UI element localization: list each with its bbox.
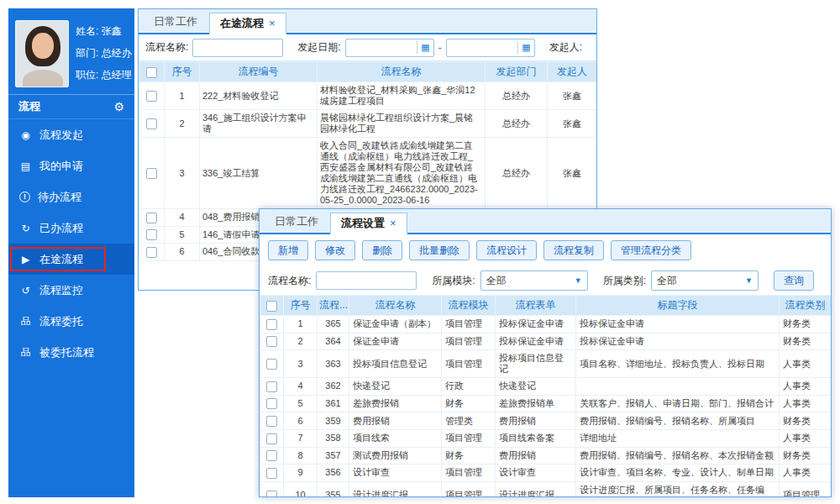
cell-dept: 总经办	[486, 138, 548, 209]
row-checkbox[interactable]	[146, 168, 157, 179]
sidebar-item-delegated[interactable]: 品被委托流程	[8, 337, 134, 368]
column-header[interactable]: 流程...	[318, 296, 349, 316]
select-all-checkbox[interactable]	[266, 301, 277, 312]
panel2-tab-1[interactable]: 日常工作	[265, 211, 328, 233]
chevron-down-icon: ▼	[575, 276, 582, 285]
tab-close-icon[interactable]: ×	[390, 217, 396, 229]
process-design-button[interactable]: 流程设计	[476, 240, 537, 260]
manage-categories-button[interactable]: 管理流程分类	[611, 240, 691, 260]
date-from-input[interactable]: ▦	[345, 39, 434, 57]
row-checkbox[interactable]	[266, 491, 277, 497]
sidebar-item-done[interactable]: ↻已办流程	[8, 213, 134, 244]
row-checkbox[interactable]	[266, 468, 277, 479]
cell-category: 人事类	[780, 350, 832, 378]
cell-module: 项目管理	[442, 481, 496, 497]
select-all-checkbox[interactable]	[146, 67, 157, 78]
column-header[interactable]: 流程模块	[442, 296, 496, 316]
table-row[interactable]: 1222_材料验收登记材料验收登记_材料采购_张鑫_华润12城房建工程项目总经办…	[139, 82, 597, 110]
panel2-toolbar: 新增修改删除批量删除流程设计流程复制管理流程分类	[260, 234, 831, 266]
cell-name: 投标项目信息登记	[349, 350, 442, 378]
row-checkbox[interactable]	[266, 398, 277, 409]
row-checkbox[interactable]	[266, 381, 277, 392]
column-header[interactable]: 标题字段	[576, 296, 780, 316]
row-checkbox[interactable]	[266, 433, 277, 444]
row-checkbox[interactable]	[266, 450, 277, 461]
table-row[interactable]: 2364保证金申请项目管理投标保证金申请投标保证金申请财务类	[260, 333, 832, 350]
sidebar-item-in-transit[interactable]: ▶在途流程	[8, 244, 134, 275]
cell-person: 张鑫	[548, 110, 597, 138]
cell-module: 管理类	[442, 412, 496, 430]
sidebar-item-label: 待办流程	[38, 190, 81, 205]
row-checkbox[interactable]	[266, 319, 277, 330]
sidebar-item-todo[interactable]: !待办流程	[8, 181, 134, 213]
column-header[interactable]: 序号	[284, 296, 318, 316]
query-button[interactable]: 查询	[774, 270, 814, 291]
modify-button[interactable]: 修改	[315, 240, 355, 260]
panel1-tab-1[interactable]: 日常工作	[144, 11, 207, 33]
table-row[interactable]: 4362快递登记行政快递登记人事类	[260, 378, 832, 396]
column-header[interactable]: 流程名称	[318, 62, 486, 82]
table-row[interactable]: 1365保证金申请（副本）项目管理投标保证金申请投标保证金申请财务类	[260, 316, 832, 333]
gear-icon[interactable]: ⚙	[113, 100, 124, 113]
column-header[interactable]: 序号	[165, 62, 200, 82]
row-checkbox[interactable]	[146, 91, 157, 102]
row-checkbox[interactable]	[266, 416, 277, 427]
module-select[interactable]: 全部 ▼	[480, 270, 588, 291]
batch-delete-button[interactable]: 批量删除	[409, 240, 470, 260]
calendar-icon[interactable]: ▦	[417, 41, 433, 54]
calendar-icon[interactable]: ▦	[517, 41, 533, 54]
row-checkbox[interactable]	[146, 118, 157, 129]
column-header[interactable]: 流程表单	[496, 296, 576, 316]
row-checkbox[interactable]	[146, 247, 157, 258]
row-select-cell	[260, 447, 284, 465]
cell-person: 张鑫	[548, 138, 597, 209]
date-to-input[interactable]: ▦	[446, 39, 535, 57]
profile-department: 部门: 总经办	[76, 42, 132, 64]
column-header[interactable]: 发起人	[548, 62, 597, 82]
add-button[interactable]: 新增	[268, 240, 308, 260]
sidebar-item-initiate[interactable]: ◉流程发起	[8, 119, 134, 150]
sidebar: 姓名: 张鑫 部门: 总经办 职位: 总经理 流程 ⚙ ◉流程发起▤我的申请!待…	[8, 8, 134, 497]
select-all-header-cell	[139, 62, 165, 82]
cell-title-fields: 设计进度汇报、所属项目、任务名称、任务编号、设计人、汇报人、汇报日期	[576, 481, 780, 497]
category-select[interactable]: 全部 ▼	[651, 270, 759, 291]
panel1-tab-2[interactable]: 在途流程×	[209, 13, 286, 34]
tab-label: 日常工作	[154, 14, 197, 29]
row-checkbox[interactable]	[146, 213, 157, 223]
table-row[interactable]: 8357测试费用报销财务费用报销费用报销、报销编号、报销名称、本次报销金额财务类	[260, 447, 832, 465]
row-checkbox[interactable]	[146, 229, 157, 240]
sidebar-item-label: 在途流程	[39, 252, 83, 267]
row-checkbox[interactable]	[266, 336, 277, 347]
process-name-input[interactable]	[316, 271, 417, 290]
process-copy-button[interactable]: 流程复制	[543, 240, 604, 260]
sidebar-item-label: 被委托流程	[39, 345, 94, 360]
sidebar-item-label: 流程监控	[39, 283, 83, 298]
column-header[interactable]: 流程类别	[780, 296, 832, 316]
column-header[interactable]: 流程名称	[349, 296, 442, 316]
table-row[interactable]: 6359费用报销管理类费用报销费用报销、报销编号、报销名称、所属项目财务类	[260, 412, 832, 430]
table-row[interactable]: 9356设计审查项目管理设计审查设计审查、项目名称、专业、设计人、制单日期人事类	[260, 465, 832, 482]
table-row[interactable]: 10355设计进度汇报项目管理设计进度汇报设计进度汇报、所属项目、任务名称、任务…	[260, 481, 832, 497]
panel2-tab-2[interactable]: 流程设置×	[330, 213, 407, 234]
cell-category: 财务类	[780, 447, 832, 465]
process-name-input[interactable]	[192, 39, 283, 57]
table-row[interactable]: 3336_竣工结算收入合同_改建铁路成渝线增建第二直通线（成渝枢纽）电力线路迁改…	[139, 138, 597, 209]
cell-name: 晨铭园林绿化工程组织设计方案_晨铭园林绿化工程	[318, 110, 486, 138]
column-header[interactable]: 发起部门	[486, 62, 548, 82]
row-checkbox[interactable]	[266, 359, 277, 370]
table-row[interactable]: 5361差旅费报销财务差旅费报销单关联客户、报销人、申请日期、部门、报销合计人事…	[260, 395, 832, 412]
sidebar-item-monitor[interactable]: ↺流程监控	[8, 275, 134, 306]
sidebar-item-my-apply[interactable]: ▤我的申请	[8, 150, 134, 181]
column-header[interactable]: 流程编号	[200, 62, 318, 82]
panel2-tabbar: 日常工作流程设置×	[260, 209, 831, 234]
cell-code: 359	[318, 412, 349, 430]
table-row[interactable]: 3363投标项目信息登记项目管理投标项目信息登记项目名称、详细地址、投标负责人、…	[260, 350, 832, 378]
table-row[interactable]: 2346_施工组织设计方案申请晨铭园林绿化工程组织设计方案_晨铭园林绿化工程总经…	[139, 110, 597, 138]
table-row[interactable]: 7358项目线索项目管理项目线索备案详细地址人事类	[260, 429, 832, 447]
cell-category: 人事类	[780, 429, 832, 447]
module-label: 所属模块:	[432, 274, 475, 288]
cell-no: 4	[284, 378, 318, 396]
sidebar-item-delegate[interactable]: 品流程委托	[8, 306, 134, 337]
delete-button[interactable]: 删除	[362, 240, 402, 260]
tab-close-icon[interactable]: ×	[269, 17, 276, 29]
